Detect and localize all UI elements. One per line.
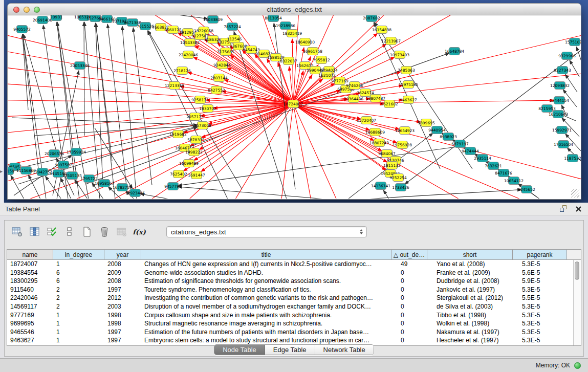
network-table-select[interactable]: citations_edges.txt xyxy=(166,226,367,237)
graph-node[interactable]: 1691447 xyxy=(188,171,205,179)
zoom-window-button[interactable] xyxy=(34,7,40,13)
window-resize-grip[interactable] xyxy=(571,189,579,198)
table-row[interactable]: 911546021997Tourette syndrome. Phenomeno… xyxy=(7,286,573,294)
graph-node[interactable]: 8813054 xyxy=(265,15,282,22)
table-column-icon[interactable] xyxy=(27,225,42,239)
graph-node[interactable]: 10958167 xyxy=(95,180,114,187)
graph-node[interactable]: 9245652 xyxy=(518,186,535,193)
column-header-in_degree[interactable]: in_degree xyxy=(53,250,104,259)
graph-node[interactable]: 16210643 xyxy=(549,111,568,118)
graph-node[interactable]: 7857224 xyxy=(224,23,241,31)
graph-node[interactable]: 15992971 xyxy=(552,126,572,134)
graph-node[interactable]: 1187532 xyxy=(564,155,581,162)
tab-node-table[interactable]: Node Table xyxy=(214,345,265,355)
graph-node[interactable]: 16961758 xyxy=(303,48,322,55)
graph-node[interactable]: 7955812 xyxy=(313,56,330,64)
graph-node[interactable]: 18807243 xyxy=(369,139,389,147)
graph-node[interactable]: 16099489 xyxy=(179,160,199,167)
graph-node[interactable]: 20691406 xyxy=(33,16,52,24)
graph-node[interactable]: 2057173 xyxy=(186,113,204,121)
table-row[interactable]: 1456911722003Disruption of a novel membe… xyxy=(7,302,573,311)
graph-node[interactable]: 9440954 xyxy=(428,126,446,134)
graph-node[interactable]: 16033809 xyxy=(203,16,223,24)
table-row[interactable]: 977716911998Corpus callosum shape and si… xyxy=(7,311,573,320)
delete-table-icon[interactable] xyxy=(97,225,112,239)
graph-node[interactable]: 9329966 xyxy=(558,52,576,60)
graph-node[interactable]: 10973493 xyxy=(390,51,409,59)
panel-collapse-arrow[interactable]: ▸ xyxy=(0,169,3,174)
graph-node[interactable]: 22420046 xyxy=(179,51,198,59)
column-header-out_degree[interactable]: △ out_de… xyxy=(391,250,427,259)
graph-node[interactable]: 2803144 xyxy=(210,74,228,82)
float-panel-icon[interactable] xyxy=(560,205,568,212)
column-header-title[interactable]: title xyxy=(141,250,391,259)
graph-node[interactable]: 1733426 xyxy=(392,184,409,191)
graph-node[interactable]: 7615526 xyxy=(137,23,154,30)
graph-node[interactable]: 9227343 xyxy=(554,67,571,74)
unselect-rows-icon[interactable] xyxy=(62,225,77,239)
table-scrollbar[interactable] xyxy=(573,260,581,345)
table-row[interactable]: 969969511998Structural magnetic resonanc… xyxy=(7,319,573,328)
graph-node[interactable]: 8471676 xyxy=(495,169,512,177)
column-header-year[interactable]: year xyxy=(104,250,141,259)
table-settings-icon[interactable] xyxy=(10,225,25,239)
new-table-icon[interactable] xyxy=(79,225,95,239)
graph-node[interactable]: 12444154 xyxy=(550,97,569,104)
close-window-button[interactable] xyxy=(13,7,19,13)
graph-node[interactable]: 10654112 xyxy=(504,177,524,185)
tab-edge-table[interactable]: Edge Table xyxy=(265,345,315,355)
import-table-icon[interactable] xyxy=(114,225,129,239)
select-rows-icon[interactable] xyxy=(45,225,60,239)
graph-node[interactable]: 1830702 xyxy=(199,105,216,113)
graph-node[interactable]: 10543382 xyxy=(180,39,200,47)
graph-node[interactable]: 18325419 xyxy=(282,30,302,37)
graph-node[interactable]: 9621602 xyxy=(381,100,398,108)
graph-node[interactable]: 1498222 xyxy=(185,148,203,156)
network-canvas[interactable]: 1872400776638229560125891295418226058912… xyxy=(7,15,581,200)
minimize-window-button[interactable] xyxy=(24,7,30,13)
network-view-window[interactable]: citations_edges.txt 18724007766382295601… xyxy=(7,3,581,200)
graph-node[interactable]: 19654923 xyxy=(395,127,415,135)
column-header-pagerank[interactable]: pagerank xyxy=(513,250,567,259)
column-header-name[interactable]: name xyxy=(7,250,53,259)
table-row[interactable]: 2242004622012Investigating the contribut… xyxy=(7,294,573,302)
table-row[interactable]: 946554611997Estimation of the future num… xyxy=(7,328,573,337)
tab-network-table[interactable]: Network Table xyxy=(315,345,374,355)
graph-node[interactable]: 19756928 xyxy=(393,141,412,149)
table-row[interactable]: 1830029562008Estimation of significance … xyxy=(7,277,573,286)
graph-node[interactable]: 7573008 xyxy=(194,122,211,129)
graph-node[interactable]: 14136141 xyxy=(371,182,390,190)
graph-node[interactable]: 9474444 xyxy=(462,147,479,155)
graph-node[interactable]: 12213967 xyxy=(381,37,401,45)
graph-node[interactable]: 12093832 xyxy=(550,82,570,90)
graph-node[interactable]: 2935114 xyxy=(474,155,491,162)
graph-node[interactable]: 16154838 xyxy=(372,26,391,34)
column-header-short[interactable]: short xyxy=(427,250,513,259)
graph-node[interactable]: 8938923 xyxy=(440,133,457,141)
graph-node[interactable]: 2718126 xyxy=(173,67,191,75)
graph-node[interactable]: 39159 xyxy=(8,167,14,175)
table-row[interactable]: 1872400712008Changes of HCN gene express… xyxy=(7,260,573,269)
close-panel-icon[interactable] xyxy=(575,206,582,212)
table-row[interactable]: 1938455462009Genome-wide association stu… xyxy=(7,269,573,277)
graph-node[interactable]: 12975185 xyxy=(399,81,418,89)
graph-node[interactable]: 15751074 xyxy=(565,38,581,46)
graph-node[interactable]: 16782759 xyxy=(113,184,132,191)
graph-node[interactable]: 7485063 xyxy=(398,67,415,74)
graph-node[interactable]: 18640910 xyxy=(295,38,315,46)
function-builder-icon[interactable]: f(x) xyxy=(132,225,147,239)
graph-node[interactable]: 12923446 xyxy=(125,189,145,197)
graph-node[interactable]: 10688609 xyxy=(365,128,385,136)
graph-node[interactable]: 7632621 xyxy=(485,162,502,170)
graph-node[interactable]: 20053346 xyxy=(70,62,90,70)
table-scrollbar-thumb[interactable] xyxy=(575,261,579,280)
network-window-titlebar[interactable]: citations_edges.txt xyxy=(7,3,581,15)
graph-node[interactable]: 19218986 xyxy=(276,22,295,30)
graph-node[interactable]: 1815132 xyxy=(383,162,401,169)
graph-node[interactable]: 9252254 xyxy=(389,174,407,182)
graph-node[interactable]: 17016504 xyxy=(554,141,573,148)
graph-node[interactable]: 20931 xyxy=(50,15,62,21)
graph-node[interactable]: 17359924 xyxy=(67,148,86,156)
graph-node[interactable]: 9405572 xyxy=(13,26,31,33)
graph-node[interactable]: 112546 xyxy=(227,35,242,43)
